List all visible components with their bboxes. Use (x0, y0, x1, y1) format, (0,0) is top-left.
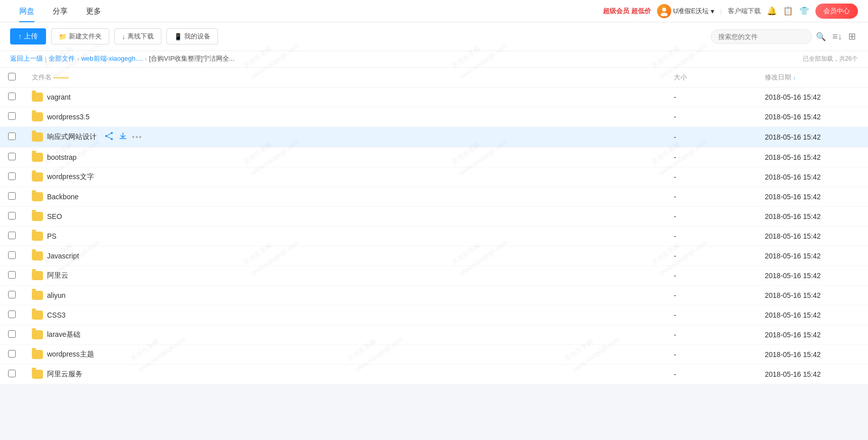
row-size-cell: - (666, 207, 757, 227)
th-date[interactable]: 修改日期 ↓ (757, 68, 868, 87)
download-icon: ↓ (122, 33, 125, 40)
table-row: 阿里云服务 - 2018-05-16 15:42 (0, 365, 868, 384)
svg-point-1 (661, 13, 668, 16)
table-row: SEO - 2018-05-16 15:42 (0, 207, 868, 227)
folder-name[interactable]: Javascript (47, 252, 79, 260)
new-folder-button[interactable]: 📁 新建文件夹 (51, 28, 109, 45)
folder-name[interactable]: wordpress主题 (47, 350, 94, 359)
folder-name[interactable]: wordpress3.5 (47, 113, 90, 121)
file-table-wrap: 文件名 大小 修改日期 ↓ (0, 68, 868, 384)
customer-service-link[interactable]: 客户端下载 (728, 7, 761, 16)
folder-name[interactable]: aliyun (47, 291, 66, 299)
row-date-cell: 2018-05-16 15:42 (757, 167, 868, 187)
row-date-cell: 2018-05-16 15:42 (757, 227, 868, 246)
bell-icon[interactable]: 🔔 (767, 6, 777, 16)
row-checkbox-cell (0, 345, 24, 365)
row-name-cell: 阿里云 (24, 266, 666, 286)
row-checkbox[interactable] (8, 370, 16, 377)
search-input[interactable] (711, 29, 812, 44)
breadcrumb-back[interactable]: 返回上一级 (10, 54, 43, 63)
folder-name[interactable]: 阿里云服务 (47, 370, 82, 379)
row-checkbox-cell (0, 246, 24, 266)
breadcrumb-current: [合购VIP收集整理]宁洁网全... (149, 54, 234, 63)
breadcrumb-all-files[interactable]: 全部文件 (49, 54, 75, 63)
toolbar: ↑ 上传 📁 新建文件夹 ↓ 离线下载 📱 我的设备 🔍 ≡↓ ⊞ (0, 22, 868, 51)
share-action-icon[interactable] (105, 132, 114, 142)
row-size-cell: - (666, 87, 757, 107)
grid-view-button[interactable]: ⊞ (846, 30, 858, 43)
folder-icon (32, 291, 43, 300)
svg-line-5 (107, 134, 111, 136)
row-checkbox[interactable] (8, 153, 16, 160)
row-checkbox[interactable] (8, 232, 16, 239)
row-checkbox[interactable] (8, 291, 16, 298)
row-checkbox[interactable] (8, 271, 16, 279)
row-size-cell: - (666, 148, 757, 167)
folder-name[interactable]: vagrant (47, 93, 71, 101)
file-count: 已全部加载，共26个 (803, 55, 858, 63)
row-checkbox[interactable] (8, 311, 16, 318)
row-checkbox-cell (0, 167, 24, 187)
upload-button[interactable]: ↑ 上传 (10, 28, 46, 45)
vip-link[interactable]: 超级会员 超低价 (603, 7, 651, 16)
offline-download-button[interactable]: ↓ 离线下载 (114, 28, 161, 45)
avatar (657, 4, 671, 18)
my-device-button[interactable]: 📱 我的设备 (166, 28, 218, 45)
row-checkbox[interactable] (8, 192, 16, 200)
row-checkbox[interactable] (8, 93, 16, 100)
row-checkbox-cell (0, 227, 24, 246)
nav-tab-share[interactable]: 分享 (44, 0, 77, 22)
row-checkbox-cell (0, 107, 24, 127)
folder-name[interactable]: Backbone (47, 193, 78, 201)
download-action-icon[interactable] (119, 132, 127, 142)
nav-tab-disk[interactable]: 网盘 (10, 0, 44, 22)
more-action-icon[interactable]: ••• (132, 133, 143, 141)
doc-icon[interactable]: 📋 (783, 6, 793, 16)
row-date-cell: 2018-05-16 15:42 (757, 305, 868, 325)
search-button[interactable]: 🔍 (816, 32, 826, 41)
row-size-cell: - (666, 246, 757, 266)
svg-line-6 (107, 137, 111, 139)
svg-point-2 (111, 132, 113, 134)
vip-center-button[interactable]: 会员中心 (815, 4, 858, 19)
row-size-cell: - (666, 167, 757, 187)
select-all-checkbox[interactable] (8, 73, 16, 80)
sort-view-button[interactable]: ≡↓ (830, 30, 844, 43)
folder-name[interactable]: CSS3 (47, 311, 66, 319)
folder-icon (32, 112, 43, 121)
folder-name[interactable]: PS (47, 232, 57, 240)
row-name-cell: SEO (24, 207, 666, 227)
table-row: Javascript - 2018-05-16 15:42 (0, 246, 868, 266)
row-checkbox[interactable] (8, 172, 16, 180)
folder-name[interactable]: bootstrap (47, 153, 76, 161)
folder-name[interactable]: wordpress文字 (47, 172, 94, 182)
folder-name[interactable]: 阿里云 (47, 271, 68, 280)
folder-name[interactable]: SEO (47, 212, 62, 221)
folder-icon (32, 172, 43, 182)
row-checkbox-cell (0, 286, 24, 305)
row-checkbox[interactable] (8, 133, 16, 140)
row-size-cell: - (666, 266, 757, 286)
folder-name[interactable]: larave基础 (47, 330, 80, 339)
nav-tab-more[interactable]: 更多 (77, 0, 110, 22)
row-checkbox[interactable] (8, 251, 16, 259)
row-date-cell: 2018-05-16 15:42 (757, 207, 868, 227)
table-row: wordpress3.5 - 2018-05-16 15:42 (0, 107, 868, 127)
row-checkbox-cell (0, 325, 24, 345)
top-nav: 网盘 分享 更多 超级会员 超低价 U准假E沃坛 ▾ | 客户端下载 🔔 📋 👕… (0, 0, 868, 22)
row-name-cell: 响应式网站设计 ••• (24, 127, 666, 148)
row-checkbox[interactable] (8, 212, 16, 219)
row-checkbox[interactable] (8, 112, 16, 120)
th-checkbox (0, 68, 24, 87)
user-avatar-wrap[interactable]: U准假E沃坛 ▾ (657, 4, 714, 18)
row-name-cell: PS (24, 227, 666, 246)
row-name-cell: wordpress3.5 (24, 107, 666, 127)
breadcrumb-path1[interactable]: web前端-xiaogegh.... (81, 54, 143, 63)
sort-icon: ↓ (793, 75, 796, 80)
th-size: 大小 (666, 68, 757, 87)
folder-name[interactable]: 响应式网站设计 (47, 133, 97, 142)
row-checkbox[interactable] (8, 350, 16, 358)
row-size-cell: - (666, 227, 757, 246)
row-checkbox[interactable] (8, 330, 16, 338)
shirt-icon[interactable]: 👕 (799, 6, 809, 16)
